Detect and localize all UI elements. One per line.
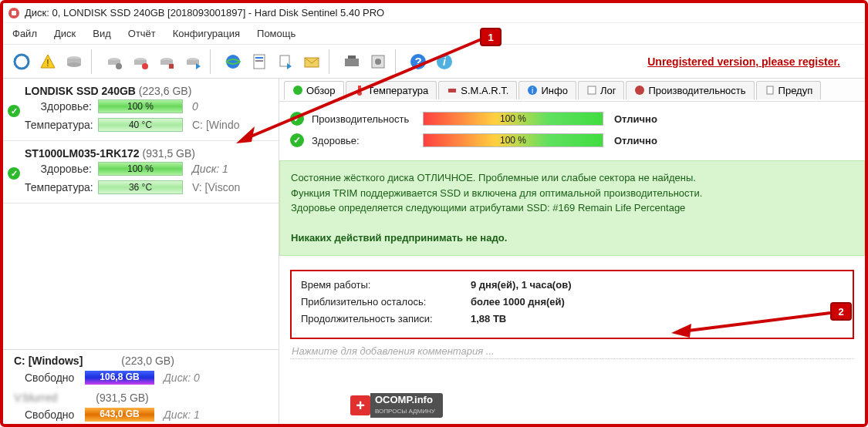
menu-file[interactable]: Файл (12, 28, 37, 39)
tab-label: Предуп (778, 85, 813, 96)
detail-panel: Обзор Температура S.M.A.R.T. iИнфо Лог П… (279, 79, 865, 424)
disk-arrow-button[interactable] (181, 49, 205, 74)
settings-button[interactable] (366, 49, 390, 74)
tab-label: Лог (600, 85, 616, 96)
svg-text:?: ? (414, 55, 421, 68)
free-label: Свободно (25, 372, 85, 384)
health-bar: 100 % (98, 162, 183, 176)
tab-log[interactable]: Лог (578, 81, 625, 99)
menu-report[interactable]: Отчёт (128, 28, 156, 39)
disk-power-button[interactable] (128, 49, 153, 74)
tab-label: S.M.A.R.T. (461, 85, 508, 96)
tools-button[interactable] (339, 49, 364, 74)
disk-item-0[interactable]: LONDISK SSD 240GB (223,6 GB) Здоровье:10… (3, 79, 279, 141)
stats-box: Время работы:9 дня(ей), 1 часа(ов) Прибл… (290, 270, 854, 339)
info-icon: i (527, 85, 538, 96)
window-titlebar: Диск: 0, LONDISK SSD 240GB [201809300189… (3, 3, 865, 23)
tab-label: Производительность (648, 85, 745, 96)
svg-point-34 (357, 91, 362, 96)
tab-temperature[interactable]: Температура (346, 81, 437, 99)
svg-point-27 (375, 59, 381, 65)
health-bar: 100 % (423, 133, 603, 147)
help-button[interactable]: ? (406, 49, 431, 74)
disk-item-1[interactable]: ST1000LM035-1RK172 (931,5 GB) Здоровье:1… (3, 141, 279, 203)
temp-bar: 36 °C (98, 180, 183, 194)
report-button[interactable] (247, 49, 272, 74)
health-label: Здоровье: (312, 135, 423, 146)
tab-smart[interactable]: S.M.A.R.T. (438, 81, 517, 99)
disk-gear-button[interactable] (102, 49, 127, 74)
svg-point-9 (116, 63, 122, 69)
warning-button[interactable]: ! (35, 49, 60, 74)
alert-icon (765, 85, 775, 96)
svg-rect-38 (588, 86, 596, 94)
health-label: Здоровье: (25, 163, 98, 175)
health-rating: Отлично (614, 135, 657, 146)
remaining-value: более 1000 дня(ей) (471, 296, 565, 313)
svg-rect-1 (12, 11, 16, 15)
free-bar: 643,0 GB (85, 408, 154, 422)
annotation-badge-1: 1 (480, 28, 502, 46)
disk-button[interactable] (62, 49, 86, 74)
free-bar: 106,8 GB (85, 371, 154, 385)
disk-name: LONDISK SSD 240GB (25, 85, 136, 97)
menu-config[interactable]: Конфигурация (173, 28, 240, 39)
disk-list-panel: LONDISK SSD 240GB (223,6 GB) Здоровье:10… (3, 79, 279, 424)
info-line-bold: Никаких действий предпринимать не надо. (291, 230, 853, 246)
svg-rect-35 (448, 89, 456, 92)
tab-alert[interactable]: Предуп (756, 81, 822, 99)
partition-size: (931,5 GB) (96, 392, 148, 404)
app-icon (8, 7, 20, 19)
tab-info[interactable]: iИнфо (518, 81, 576, 99)
watermark-main: OCOMP.info (375, 394, 433, 405)
partition-name-blur: V:blurred (14, 392, 57, 404)
partition-name: C: [Windows] (14, 355, 83, 367)
health-after: Диск: 1 (192, 163, 228, 175)
performance-rating: Отлично (614, 113, 657, 125)
free-label: Свободно (25, 409, 85, 421)
tab-performance[interactable]: Производительность (626, 81, 754, 99)
mail-button[interactable] (299, 49, 324, 74)
svg-rect-21 (255, 60, 263, 62)
tab-label: Температура (368, 85, 429, 96)
unregistered-link[interactable]: Unregistered version, please register. (647, 55, 840, 68)
svg-rect-25 (348, 55, 356, 59)
svg-point-6 (67, 62, 81, 67)
log-icon (586, 85, 597, 96)
partition-size: (223,0 GB) (121, 355, 174, 367)
tab-overview[interactable]: Обзор (284, 81, 344, 99)
annotation-badge-2: 2 (830, 302, 852, 321)
globe-button[interactable] (221, 49, 245, 74)
disk-size: (931,5 GB) (143, 147, 195, 160)
svg-point-18 (226, 55, 240, 69)
menu-bar: Файл Диск Вид Отчёт Конфигурация Помощь (3, 23, 865, 45)
status-ok-icon (8, 105, 20, 117)
menu-help[interactable]: Помощь (257, 28, 296, 39)
svg-text:i: i (532, 86, 533, 95)
partition-panel: C: [Windows](223,0 GB) Свободно106,8 GBД… (3, 349, 279, 424)
uptime-value: 9 дня(ей), 1 часа(ов) (471, 279, 571, 296)
status-ok-icon (290, 112, 304, 126)
comment-field[interactable]: Нажмите для добавления комментария ... (290, 344, 854, 359)
thermometer-icon (354, 85, 365, 96)
temp-label: Температура: (25, 119, 98, 131)
status-ok-icon (8, 167, 20, 180)
send-report-button[interactable] (273, 49, 298, 74)
toolbar: ! ? i Unregistered version, please regis… (3, 45, 865, 79)
health-bar: 100 % (98, 99, 183, 113)
menu-view[interactable]: Вид (93, 28, 111, 39)
refresh-button[interactable] (9, 49, 34, 74)
partition-disk: Диск: 0 (164, 372, 200, 384)
info-line: Состояние жёсткого диска ОТЛИЧНОЕ. Пробл… (291, 170, 853, 186)
written-value: 1,88 TB (471, 313, 506, 330)
info-button[interactable]: i (432, 49, 457, 74)
svg-rect-24 (345, 59, 359, 66)
temp-label: Температура: (25, 181, 98, 193)
svg-point-2 (15, 55, 29, 69)
overview-icon (292, 85, 303, 96)
watermark-sub: ВОПРОСЫ АДМИНУ (375, 408, 435, 415)
disk-stop-button[interactable] (154, 49, 179, 74)
gauge-icon (634, 85, 645, 96)
menu-disk[interactable]: Диск (54, 28, 76, 39)
remaining-label: Приблизительно осталось: (301, 296, 471, 313)
